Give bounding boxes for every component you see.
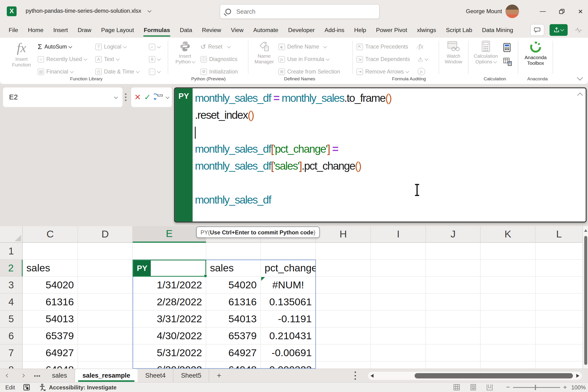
vertical-scrollbar-thumb[interactable] [584, 236, 587, 365]
menu-tab-page-layout[interactable]: Page Layout [101, 24, 134, 36]
cell-K7[interactable] [480, 344, 536, 362]
sheet-nav-back-icon[interactable] [0, 369, 15, 382]
cell-F1[interactable] [206, 243, 261, 260]
cell-K1[interactable] [480, 243, 536, 260]
show-formulas-button[interactable]: ∕fx [418, 42, 423, 51]
insert-python-button[interactable]: Insert Python [173, 41, 198, 64]
sheet-nav-forward-icon[interactable] [15, 369, 30, 382]
code-line-7[interactable]: monthly_sales_df [195, 192, 584, 208]
cell-G7[interactable]: -0.00691 [261, 344, 316, 362]
cell-L4[interactable] [536, 294, 583, 310]
macro-recording-icon[interactable] [23, 384, 30, 390]
column-header-H[interactable]: H [316, 226, 371, 243]
row-header-1[interactable]: 1 [0, 243, 22, 260]
cell-H8[interactable] [316, 362, 371, 368]
zoom-out-icon[interactable]: − [506, 383, 510, 391]
zoom-level[interactable]: 100% [570, 384, 586, 390]
calculation-options-button[interactable]: Calculation Options [474, 41, 498, 64]
normal-view-icon[interactable] [453, 384, 460, 390]
cell-E6[interactable]: 4/30/2022 [133, 328, 206, 344]
cell-J8[interactable] [426, 362, 480, 368]
cell-I2[interactable] [371, 260, 426, 276]
cell-E1[interactable] [133, 243, 206, 260]
cell-D5[interactable] [78, 310, 133, 328]
excel-app-icon[interactable]: X [7, 6, 17, 16]
cell-G3-error[interactable]: #NUM! [261, 276, 316, 294]
cell-F2[interactable]: sales [206, 260, 261, 276]
cell-C3[interactable]: 54020 [22, 276, 78, 294]
evaluate-formula-button[interactable]: fx [418, 67, 425, 76]
horizontal-scrollbar[interactable] [368, 371, 582, 380]
comments-button[interactable] [530, 24, 544, 36]
reset-button[interactable]: ↺Reset [200, 42, 230, 51]
cell-D7[interactable] [78, 344, 133, 362]
menu-tab-help[interactable]: Help [354, 24, 366, 36]
menu-tab-developer[interactable]: Developer [288, 24, 315, 36]
cell-L8[interactable] [536, 362, 583, 368]
menu-tab-draw[interactable]: Draw [77, 24, 92, 36]
row-header-5[interactable]: 5 [0, 310, 22, 328]
menu-tab-power-pivot[interactable]: Power Pivot [376, 24, 408, 36]
use-in-formula-button[interactable]: fxUse in Formula [278, 55, 329, 64]
sheet-tab-Sheet5[interactable]: Sheet5 [174, 369, 209, 382]
cell-L5[interactable] [536, 310, 583, 328]
cell-H1[interactable] [316, 243, 371, 260]
remove-arrows-button[interactable]: ⇥Remove Arrows [357, 67, 409, 76]
cell-L2[interactable] [536, 260, 583, 276]
avatar[interactable] [506, 4, 519, 18]
cell-D1[interactable] [78, 243, 133, 260]
fill-handle[interactable] [204, 274, 207, 278]
scroll-up-icon[interactable] [584, 229, 587, 232]
row-header-3[interactable]: 3 [0, 276, 22, 294]
name-box[interactable] [3, 88, 122, 107]
restore-button[interactable] [557, 7, 566, 16]
code-line-3[interactable] [195, 124, 584, 141]
cell-J6[interactable] [426, 328, 480, 344]
cell-H6[interactable] [316, 328, 371, 344]
cell-H4[interactable] [316, 294, 371, 310]
code-line-6[interactable] [195, 174, 584, 192]
cell-E4[interactable]: 2/28/2022 [133, 294, 206, 310]
create-from-selection-button[interactable]: ⊞Create from Selection [278, 67, 340, 76]
initialization-button[interactable]: ⚙Initialization [200, 67, 238, 76]
row-header-8[interactable]: 8 [0, 362, 22, 368]
cell-J4[interactable] [426, 294, 480, 310]
cell-C5[interactable]: 54013 [22, 310, 78, 328]
file-name[interactable]: python-pandas-time-series-demo-solution.… [26, 8, 141, 14]
python-formula-editor[interactable]: PY monthly_sales_df = monthly_sales.to_f… [174, 88, 586, 222]
financial-button[interactable]: ▤Financial [38, 67, 73, 76]
cell-E8[interactable]: 6/30/2022 [133, 362, 206, 368]
logical-button[interactable]: ?Logical [96, 42, 126, 51]
cell-F8[interactable]: 64948 [206, 362, 261, 368]
menu-tab-file[interactable]: File [8, 24, 18, 36]
horizontal-scrollbar-thumb[interactable] [414, 373, 573, 378]
cell-K6[interactable] [480, 328, 536, 344]
menu-tab-review[interactable]: Review [202, 24, 222, 36]
worksheet-grid[interactable]: CDEFGHIJKL12salessalespct_change3540201/… [0, 226, 588, 369]
cell-E5[interactable]: 3/31/2022 [133, 310, 206, 328]
math-trig-button[interactable]: θ [149, 55, 160, 64]
diagnostics-button[interactable]: ⓘDiagnostics [200, 55, 238, 64]
cell-L3[interactable] [536, 276, 583, 294]
calculate-sheet-button[interactable] [503, 57, 512, 66]
select-all-corner[interactable] [0, 226, 22, 243]
menu-tab-xlwings[interactable]: xlwings [416, 24, 436, 36]
cell-J7[interactable] [426, 344, 480, 362]
code-line-1[interactable]: monthly_sales_df = monthly_sales.to_fram… [195, 90, 584, 107]
collapse-ribbon-chevron-icon[interactable] [577, 74, 583, 80]
cell-I3[interactable] [371, 276, 426, 294]
cell-G5[interactable]: -0.1191 [261, 310, 316, 328]
trace-dependents-button[interactable]: ⇲Trace Dependents [357, 55, 410, 64]
file-name-chevron-icon[interactable] [148, 9, 151, 12]
menu-tab-view[interactable]: View [231, 24, 244, 36]
cell-C8[interactable]: 64948 [22, 362, 78, 368]
cell-J2[interactable] [426, 260, 480, 276]
cell-H3[interactable] [316, 276, 371, 294]
column-header-J[interactable]: J [426, 226, 480, 243]
cell-C2[interactable]: sales [22, 260, 78, 276]
add-sheet-button[interactable]: + [209, 369, 229, 382]
column-header-K[interactable]: K [480, 226, 536, 243]
calculate-now-button[interactable] [503, 43, 511, 52]
row-header-7[interactable]: 7 [0, 344, 22, 362]
vertical-scrollbar[interactable] [583, 226, 588, 369]
